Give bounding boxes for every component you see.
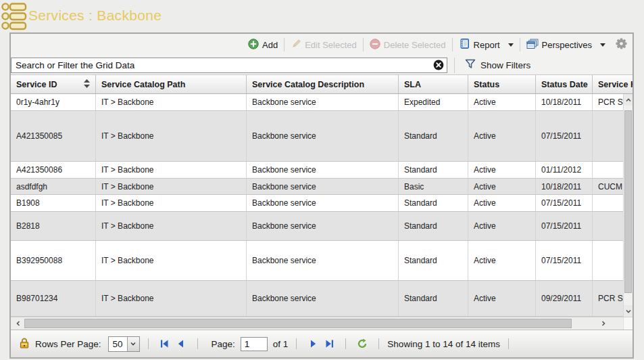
table-row[interactable]: B98701234 IT > Backbone Backbone service… <box>11 281 623 317</box>
report-dropdown-caret <box>508 43 514 47</box>
edit-pencil-icon <box>291 39 301 51</box>
edit-selected-button[interactable]: Edit Selected <box>284 37 363 53</box>
scroll-right-button[interactable] <box>597 317 609 330</box>
grid-body: 0r1y-4ahr1y IT > Backbone Backbone servi… <box>11 94 633 317</box>
toolbar: Add Edit Selected Delete <box>11 34 633 55</box>
filter-funnel-icon <box>465 59 476 71</box>
table-row[interactable]: B1908 IT > Backbone Backbone service Sta… <box>11 195 623 212</box>
search-separator <box>454 58 455 73</box>
showing-items-status: Showing 1 to 14 of 14 items <box>387 339 500 349</box>
scroll-down-button[interactable] <box>624 305 633 317</box>
table-row[interactable]: A421350085 IT > Backbone Backbone servic… <box>11 111 623 162</box>
pager-separator <box>296 338 297 349</box>
next-page-button[interactable] <box>305 336 321 351</box>
horizontal-scrollbar[interactable] <box>11 317 633 330</box>
column-header-service-id[interactable]: Service ID <box>11 75 96 93</box>
table-row[interactable]: B392950088 IT > Backbone Backbone servic… <box>11 241 623 281</box>
pagination-bar: Rows Per Page: 50 Page: of 1 <box>11 330 633 357</box>
services-list-icon <box>1 1 27 34</box>
column-header-catalog-path[interactable]: Service Catalog Path <box>96 75 247 93</box>
column-header-status-date[interactable]: Status Date <box>536 75 593 93</box>
pager-separator <box>345 338 346 349</box>
page-number-input[interactable] <box>241 337 268 351</box>
title-bar: Services : Backbone <box>0 0 644 32</box>
grid-panel: Add Edit Selected Delete <box>9 32 634 359</box>
page-of-label: of 1 <box>273 339 289 349</box>
rows-per-page-select[interactable]: 50 <box>108 336 140 352</box>
pager-separator <box>197 338 198 349</box>
table-row[interactable]: 0r1y-4ahr1y IT > Backbone Backbone servi… <box>11 94 623 111</box>
table-row[interactable]: B2818 IT > Backbone Backbone service Sta… <box>11 212 623 241</box>
pager-separator <box>378 338 379 349</box>
grid-header-row: Service ID Service Catalog Path Service … <box>11 75 633 94</box>
add-icon <box>248 39 259 51</box>
horizontal-scrollbar-thumb[interactable] <box>24 319 572 328</box>
refresh-button[interactable] <box>354 336 370 351</box>
data-grid: Service ID Service Catalog Path Service … <box>11 74 633 317</box>
column-header-status[interactable]: Status <box>468 75 536 93</box>
rows-per-page-label: Rows Per Page: <box>35 339 101 349</box>
select-dropdown-button[interactable] <box>127 337 139 351</box>
pager-separator <box>508 338 509 349</box>
scroll-left-button[interactable] <box>12 317 24 330</box>
settings-button[interactable] <box>616 38 627 52</box>
delete-icon <box>370 39 380 51</box>
search-box <box>11 58 447 73</box>
scroll-up-button[interactable] <box>624 94 633 106</box>
report-notebook-icon <box>459 38 470 51</box>
grid-rows: 0r1y-4ahr1y IT > Backbone Backbone servi… <box>11 94 623 317</box>
vertical-scrollbar-thumb[interactable] <box>624 110 632 293</box>
pager-separator <box>148 338 149 349</box>
gear-icon <box>616 38 627 52</box>
perspectives-button[interactable]: Perspectives <box>520 37 612 53</box>
vertical-scrollbar[interactable] <box>623 94 633 317</box>
last-page-button[interactable] <box>321 336 337 351</box>
table-row[interactable]: A421350086 IT > Backbone Backbone servic… <box>11 162 623 179</box>
page-label: Page: <box>212 339 235 349</box>
page-title: Services : Backbone <box>28 7 162 24</box>
perspectives-dropdown-caret <box>600 43 605 47</box>
rows-per-page-value: 50 <box>109 339 127 349</box>
report-button[interactable]: Report <box>453 37 520 53</box>
column-header-catalog-description[interactable]: Service Catalog Description <box>247 75 399 93</box>
column-header-sla[interactable]: SLA <box>399 75 468 93</box>
table-row[interactable]: asdfdfgh IT > Backbone Backbone service … <box>11 179 623 195</box>
search-row: Show Filters <box>11 55 633 74</box>
show-filters-button[interactable]: Show Filters <box>465 59 530 71</box>
search-input[interactable] <box>11 58 447 73</box>
scrollbar-corner <box>623 317 633 330</box>
sort-icon[interactable] <box>84 79 90 90</box>
perspectives-layers-icon <box>526 39 539 51</box>
delete-selected-button[interactable]: Delete Selected <box>364 37 452 53</box>
add-button[interactable]: Add <box>242 37 284 53</box>
lock-icon <box>19 337 30 351</box>
previous-page-button[interactable] <box>173 336 189 351</box>
column-header-service-h[interactable]: Service H <box>593 75 633 93</box>
first-page-button[interactable] <box>157 336 173 351</box>
clear-search-button[interactable] <box>433 60 444 70</box>
